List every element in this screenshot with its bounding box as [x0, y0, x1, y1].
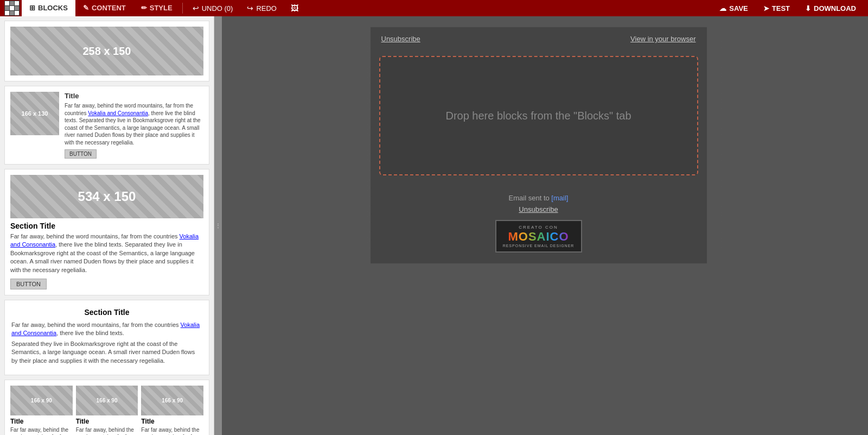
- mosaico-logo: CREATO CON MOSAICO RESPONSIVE EMAIL DESI…: [495, 220, 582, 253]
- resize-handle[interactable]: ⋮: [214, 16, 222, 435]
- block5-container: 166 x 90 Title Far far away, behind the …: [10, 386, 203, 435]
- mosaico-sub-text: RESPONSIVE EMAIL DESIGNER: [503, 244, 575, 248]
- block3-body: Far far away, behind the word mountains,…: [10, 232, 203, 274]
- block3-title: Section Title: [10, 222, 203, 230]
- tab-blocks[interactable]: ⊞ BLOCKS: [22, 0, 75, 16]
- redo-icon: ↪: [247, 4, 253, 12]
- email-canvas: Unsubscribe View in your browser Drop he…: [222, 16, 868, 435]
- block2-image: 166 x 130: [10, 92, 59, 135]
- blocks-icon: ⊞: [29, 4, 35, 12]
- nav-right-actions: ☁ SAVE ➤ TEST ⬇ DOWNLOAD: [712, 0, 864, 16]
- undo-button[interactable]: ↩ UNDO (0): [186, 0, 240, 16]
- tab-content[interactable]: ✎ CONTENT: [75, 0, 133, 16]
- main-layout: 258 x 150 166 x 130 Title Far far away, …: [0, 16, 868, 435]
- mosaico-name-text: MOSAICO: [508, 230, 569, 244]
- image-icon: 🖼: [291, 4, 298, 12]
- blocks-panel: 258 x 150 166 x 130 Title Far far away, …: [0, 16, 214, 435]
- top-navigation: ⊞ BLOCKS ✎ CONTENT ✏ STYLE ↩ UNDO (0) ↪ …: [0, 0, 868, 16]
- block4-body: Far far away, behind the word mountains,…: [11, 321, 202, 365]
- block5-title-1: Title: [10, 418, 73, 425]
- block3-button[interactable]: BUTTON: [10, 279, 47, 289]
- block2-button[interactable]: BUTTON: [65, 149, 97, 159]
- block3-image: 534 x 150: [10, 175, 203, 218]
- block5-title-3: Title: [141, 418, 203, 425]
- list-item[interactable]: Section Title Far far away, behind the w…: [4, 300, 209, 375]
- download-icon: ⬇: [805, 4, 811, 12]
- email-header: Unsubscribe View in your browser: [371, 27, 707, 51]
- block4-container: Section Title Far far away, behind the w…: [10, 306, 203, 369]
- footer-email-link[interactable]: [mail]: [551, 194, 568, 202]
- block5-image-2: 166 x 90: [76, 386, 138, 415]
- block2-body: Far far away, behind the word mountains,…: [65, 102, 203, 146]
- nav-separator: [182, 3, 183, 14]
- block5-col-3: 166 x 90 Title Far far away, behind the …: [141, 386, 203, 435]
- block2-container: 166 x 130 Title Far far away, behind the…: [10, 92, 203, 159]
- save-button[interactable]: ☁ SAVE: [712, 0, 755, 16]
- tab-style[interactable]: ✏ STYLE: [133, 0, 180, 16]
- app-logo: [4, 1, 20, 16]
- list-item[interactable]: 166 x 130 Title Far far away, behind the…: [4, 86, 209, 165]
- block2-text-area: Title Far far away, behind the word moun…: [65, 92, 203, 159]
- list-item[interactable]: 258 x 150: [4, 21, 209, 81]
- svg-rect-3: [720, 27, 725, 263]
- test-icon: ➤: [763, 4, 769, 12]
- test-button[interactable]: ➤ TEST: [756, 0, 797, 16]
- save-icon: ☁: [719, 4, 726, 12]
- block5-title-2: Title: [76, 418, 138, 425]
- content-icon: ✎: [83, 4, 89, 12]
- block5-col-1: 166 x 90 Title Far far away, behind the …: [10, 386, 73, 435]
- block1-image: 258 x 150: [10, 27, 203, 75]
- email-footer: Email sent to [mail] Unsubscribe CREATO …: [371, 186, 707, 263]
- block5-body-1: Far far away, behind the word mountains,…: [10, 426, 73, 435]
- block5-col-2: 166 x 90 Title Far far away, behind the …: [76, 386, 138, 435]
- zigzag-right-border: [720, 27, 725, 263]
- mosaico-creato-text: CREATO CON: [519, 225, 558, 230]
- block2-title: Title: [65, 92, 203, 100]
- image-button[interactable]: 🖼: [284, 0, 305, 16]
- block4-title: Section Title: [11, 308, 202, 317]
- download-button[interactable]: ⬇ DOWNLOAD: [797, 0, 864, 16]
- footer-email-text: Email sent to [mail]: [381, 194, 696, 202]
- footer-unsubscribe-link[interactable]: Unsubscribe: [381, 205, 696, 213]
- redo-button[interactable]: ↪ REDO: [240, 0, 283, 16]
- block5-image-1: 166 x 90: [10, 386, 73, 415]
- email-content-wrapper: Unsubscribe View in your browser Drop he…: [371, 27, 707, 263]
- list-item[interactable]: 534 x 150 Section Title Far far away, be…: [4, 169, 209, 295]
- header-view-browser-link[interactable]: View in your browser: [630, 35, 695, 43]
- block5-body-3: Far far away, behind the word mountains,…: [141, 426, 203, 435]
- header-unsubscribe-link[interactable]: Unsubscribe: [381, 35, 420, 43]
- block5-image-3: 166 x 90: [141, 386, 203, 415]
- email-outer-wrapper: Unsubscribe View in your browser Drop he…: [371, 27, 720, 263]
- style-icon: ✏: [141, 4, 147, 12]
- zigzag-left-border: [365, 27, 371, 263]
- drop-zone[interactable]: Drop here blocks from the "Blocks" tab: [379, 56, 698, 175]
- block5-body-2: Far far away, behind the word mountains,…: [76, 426, 138, 435]
- svg-rect-1: [365, 27, 371, 263]
- undo-icon: ↩: [193, 4, 199, 12]
- list-item[interactable]: 166 x 90 Title Far far away, behind the …: [4, 380, 209, 435]
